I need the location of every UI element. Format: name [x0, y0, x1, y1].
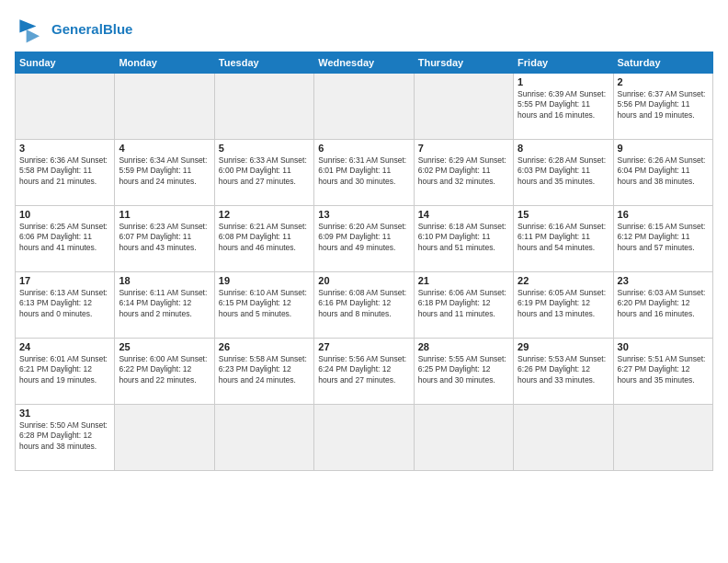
weekday-header-friday: Friday: [514, 52, 613, 74]
day-number: 14: [418, 209, 509, 220]
calendar-cell: 9Sunrise: 6:26 AM Sunset: 6:04 PM Daylig…: [613, 140, 712, 206]
day-info: Sunrise: 6:33 AM Sunset: 6:00 PM Dayligh…: [219, 155, 310, 187]
calendar-cell: [314, 74, 414, 140]
calendar-cell: 19Sunrise: 6:10 AM Sunset: 6:15 PM Dayli…: [214, 272, 313, 339]
logo: GeneralBlue: [15, 13, 132, 46]
logo-text: GeneralBlue: [51, 22, 132, 38]
day-info: Sunrise: 6:05 AM Sunset: 6:19 PM Dayligh…: [518, 288, 609, 319]
day-number: 10: [19, 209, 110, 220]
calendar-cell: 15Sunrise: 6:16 AM Sunset: 6:11 PM Dayli…: [514, 206, 613, 272]
week-row-6: 31Sunrise: 5:50 AM Sunset: 6:28 PM Dayli…: [16, 405, 713, 471]
calendar-cell: 3Sunrise: 6:36 AM Sunset: 5:58 PM Daylig…: [16, 140, 115, 206]
week-row-3: 10Sunrise: 6:25 AM Sunset: 6:06 PM Dayli…: [16, 206, 713, 272]
day-number: 1: [518, 76, 609, 87]
calendar-cell: [514, 405, 613, 471]
calendar-cell: [16, 74, 115, 140]
day-number: 5: [219, 143, 310, 154]
day-number: 27: [318, 341, 409, 352]
day-info: Sunrise: 5:56 AM Sunset: 6:24 PM Dayligh…: [318, 354, 409, 385]
calendar-cell: 10Sunrise: 6:25 AM Sunset: 6:06 PM Dayli…: [16, 206, 115, 272]
day-info: Sunrise: 5:55 AM Sunset: 6:25 PM Dayligh…: [418, 354, 509, 385]
day-info: Sunrise: 6:15 AM Sunset: 6:12 PM Dayligh…: [618, 222, 709, 253]
day-info: Sunrise: 6:39 AM Sunset: 5:55 PM Dayligh…: [518, 89, 609, 121]
calendar-cell: 31Sunrise: 5:50 AM Sunset: 6:28 PM Dayli…: [16, 405, 115, 471]
day-info: Sunrise: 6:13 AM Sunset: 6:13 PM Dayligh…: [19, 288, 110, 319]
weekday-header-saturday: Saturday: [613, 52, 712, 74]
calendar-cell: [115, 74, 214, 140]
generalblue-logo-icon: [15, 13, 48, 46]
weekday-header-wednesday: Wednesday: [314, 52, 414, 74]
day-number: 30: [618, 341, 709, 352]
day-info: Sunrise: 6:06 AM Sunset: 6:18 PM Dayligh…: [418, 288, 509, 319]
calendar-cell: 27Sunrise: 5:56 AM Sunset: 6:24 PM Dayli…: [314, 339, 414, 405]
day-info: Sunrise: 6:01 AM Sunset: 6:21 PM Dayligh…: [19, 354, 110, 385]
day-number: 29: [518, 341, 609, 352]
day-info: Sunrise: 6:29 AM Sunset: 6:02 PM Dayligh…: [418, 155, 509, 187]
calendar-cell: 16Sunrise: 6:15 AM Sunset: 6:12 PM Dayli…: [613, 206, 712, 272]
calendar-cell: 20Sunrise: 6:08 AM Sunset: 6:16 PM Dayli…: [314, 272, 414, 339]
day-info: Sunrise: 6:28 AM Sunset: 6:03 PM Dayligh…: [518, 155, 609, 187]
calendar-cell: 14Sunrise: 6:18 AM Sunset: 6:10 PM Dayli…: [414, 206, 513, 272]
calendar-cell: 25Sunrise: 6:00 AM Sunset: 6:22 PM Dayli…: [115, 339, 214, 405]
day-number: 17: [19, 275, 110, 286]
header: GeneralBlue: [15, 9, 713, 46]
day-info: Sunrise: 6:23 AM Sunset: 6:07 PM Dayligh…: [119, 222, 210, 253]
day-number: 9: [618, 143, 709, 154]
calendar-cell: [115, 405, 214, 471]
day-info: Sunrise: 6:25 AM Sunset: 6:06 PM Dayligh…: [19, 222, 110, 253]
calendar-cell: 7Sunrise: 6:29 AM Sunset: 6:02 PM Daylig…: [414, 140, 513, 206]
calendar-cell: [214, 74, 313, 140]
calendar-cell: 17Sunrise: 6:13 AM Sunset: 6:13 PM Dayli…: [16, 272, 115, 339]
weekday-header-row: SundayMondayTuesdayWednesdayThursdayFrid…: [16, 52, 713, 74]
day-info: Sunrise: 6:34 AM Sunset: 5:59 PM Dayligh…: [119, 155, 210, 187]
day-number: 13: [318, 209, 409, 220]
day-number: 19: [219, 275, 310, 286]
day-number: 31: [19, 408, 110, 419]
day-info: Sunrise: 6:26 AM Sunset: 6:04 PM Dayligh…: [618, 155, 709, 187]
calendar-cell: [613, 405, 712, 471]
week-row-4: 17Sunrise: 6:13 AM Sunset: 6:13 PM Dayli…: [16, 272, 713, 339]
calendar-cell: 30Sunrise: 5:51 AM Sunset: 6:27 PM Dayli…: [613, 339, 712, 405]
calendar-cell: [414, 405, 513, 471]
day-info: Sunrise: 6:37 AM Sunset: 5:56 PM Dayligh…: [618, 89, 709, 121]
day-info: Sunrise: 6:03 AM Sunset: 6:20 PM Dayligh…: [618, 288, 709, 319]
calendar-cell: 5Sunrise: 6:33 AM Sunset: 6:00 PM Daylig…: [214, 140, 313, 206]
day-info: Sunrise: 6:18 AM Sunset: 6:10 PM Dayligh…: [418, 222, 509, 253]
calendar-cell: 18Sunrise: 6:11 AM Sunset: 6:14 PM Dayli…: [115, 272, 214, 339]
day-info: Sunrise: 6:08 AM Sunset: 6:16 PM Dayligh…: [318, 288, 409, 319]
day-number: 22: [518, 275, 609, 286]
svg-marker-1: [27, 29, 40, 42]
day-number: 11: [119, 209, 210, 220]
day-number: 2: [618, 76, 709, 87]
day-info: Sunrise: 6:21 AM Sunset: 6:08 PM Dayligh…: [219, 222, 310, 253]
day-number: 7: [418, 143, 509, 154]
page: GeneralBlue SundayMondayTuesdayWednesday…: [0, 0, 728, 563]
day-info: Sunrise: 6:20 AM Sunset: 6:09 PM Dayligh…: [318, 222, 409, 253]
calendar-cell: 22Sunrise: 6:05 AM Sunset: 6:19 PM Dayli…: [514, 272, 613, 339]
calendar-cell: 2Sunrise: 6:37 AM Sunset: 5:56 PM Daylig…: [613, 74, 712, 140]
day-number: 15: [518, 209, 609, 220]
day-number: 4: [119, 143, 210, 154]
day-info: Sunrise: 6:10 AM Sunset: 6:15 PM Dayligh…: [219, 288, 310, 319]
day-info: Sunrise: 6:16 AM Sunset: 6:11 PM Dayligh…: [518, 222, 609, 253]
day-number: 20: [318, 275, 409, 286]
day-number: 8: [518, 143, 609, 154]
calendar-cell: 13Sunrise: 6:20 AM Sunset: 6:09 PM Dayli…: [314, 206, 414, 272]
day-info: Sunrise: 5:58 AM Sunset: 6:23 PM Dayligh…: [219, 354, 310, 385]
week-row-2: 3Sunrise: 6:36 AM Sunset: 5:58 PM Daylig…: [16, 140, 713, 206]
calendar-cell: 11Sunrise: 6:23 AM Sunset: 6:07 PM Dayli…: [115, 206, 214, 272]
calendar-cell: 8Sunrise: 6:28 AM Sunset: 6:03 PM Daylig…: [514, 140, 613, 206]
calendar-cell: 29Sunrise: 5:53 AM Sunset: 6:26 PM Dayli…: [514, 339, 613, 405]
calendar-cell: 28Sunrise: 5:55 AM Sunset: 6:25 PM Dayli…: [414, 339, 513, 405]
day-number: 12: [219, 209, 310, 220]
weekday-header-monday: Monday: [115, 52, 214, 74]
week-row-1: 1Sunrise: 6:39 AM Sunset: 5:55 PM Daylig…: [16, 74, 713, 140]
calendar-cell: [214, 405, 313, 471]
calendar-cell: 4Sunrise: 6:34 AM Sunset: 5:59 PM Daylig…: [115, 140, 214, 206]
calendar-cell: [314, 405, 414, 471]
calendar-cell: 6Sunrise: 6:31 AM Sunset: 6:01 PM Daylig…: [314, 140, 414, 206]
day-info: Sunrise: 6:11 AM Sunset: 6:14 PM Dayligh…: [119, 288, 210, 319]
calendar-cell: 26Sunrise: 5:58 AM Sunset: 6:23 PM Dayli…: [214, 339, 313, 405]
day-number: 21: [418, 275, 509, 286]
day-info: Sunrise: 5:50 AM Sunset: 6:28 PM Dayligh…: [19, 420, 110, 452]
